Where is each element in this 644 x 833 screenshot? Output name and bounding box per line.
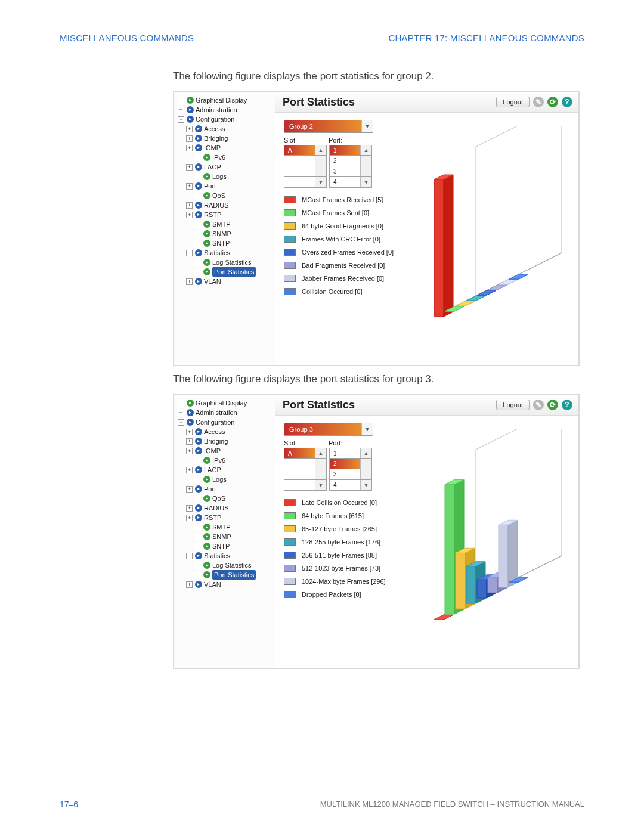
spin-down-icon[interactable]: ▼ xyxy=(360,480,371,490)
slot-value[interactable]: A xyxy=(284,145,315,155)
port-value[interactable]: 2 xyxy=(330,156,360,166)
tree-node[interactable]: ▸SNMP xyxy=(178,532,274,541)
logout-button[interactable]: Logout xyxy=(496,97,530,107)
tree-node[interactable]: ▸Logs xyxy=(178,172,274,181)
tree-node[interactable]: +▸Bridging xyxy=(178,134,274,143)
tree-node[interactable]: +▸RADIUS xyxy=(178,503,274,513)
tree-node[interactable]: ▸SNTP xyxy=(178,239,274,248)
tree-node[interactable]: +▸IGMP xyxy=(178,143,274,153)
tree-node[interactable]: ▸SNTP xyxy=(178,541,274,551)
port-value[interactable]: 1 xyxy=(330,448,360,458)
tree-node[interactable]: ▸Graphical Display xyxy=(178,398,274,408)
expand-icon[interactable]: + xyxy=(186,278,193,285)
tree-node[interactable]: ▸Log Statistics xyxy=(178,561,274,570)
tree-node[interactable]: +▸IGMP xyxy=(178,446,274,456)
refresh-icon[interactable]: ⟳ xyxy=(547,400,558,410)
expand-icon[interactable]: + xyxy=(186,438,193,445)
tree-node[interactable]: ▸Port Statistics xyxy=(178,267,274,277)
expand-icon[interactable]: + xyxy=(178,107,184,113)
tree-node[interactable]: ▸Logs xyxy=(178,475,274,484)
node-label: Port xyxy=(204,484,216,494)
tree-node[interactable]: -▸Configuration xyxy=(178,417,274,427)
expand-icon[interactable]: + xyxy=(186,126,193,132)
tree-node[interactable]: +▸Administration xyxy=(178,408,274,417)
node-icon: ▸ xyxy=(195,163,202,171)
help-icon[interactable]: ? xyxy=(562,97,572,107)
expand-icon[interactable]: + xyxy=(186,486,193,493)
tree-node[interactable]: +▸Access xyxy=(178,124,274,134)
expand-icon[interactable]: + xyxy=(186,467,193,473)
expand-icon[interactable]: + xyxy=(186,202,193,209)
spin-down-icon[interactable]: ▼ xyxy=(360,177,371,187)
tree-node[interactable]: +▸Port xyxy=(178,484,274,494)
expand-icon[interactable]: + xyxy=(186,164,193,171)
tree-node[interactable]: +▸RSTP xyxy=(178,513,274,522)
group-select[interactable]: Group 3▼ xyxy=(284,423,373,436)
spin-down-icon[interactable]: ▼ xyxy=(315,480,326,490)
tree-node[interactable]: -▸Statistics xyxy=(178,551,274,561)
tree-node[interactable]: +▸RSTP xyxy=(178,210,274,219)
port-value[interactable]: 2 xyxy=(330,459,360,469)
tree-node[interactable]: ▸QoS xyxy=(178,191,274,200)
slot-value[interactable]: A xyxy=(284,448,315,458)
port-value[interactable]: 4 xyxy=(330,177,360,187)
tree-node[interactable]: +▸Bridging xyxy=(178,436,274,446)
collapse-icon[interactable]: - xyxy=(186,553,193,559)
tree-node[interactable]: ▸Log Statistics xyxy=(178,258,274,267)
logout-button[interactable]: Logout xyxy=(496,400,530,410)
expand-icon[interactable]: + xyxy=(186,183,193,190)
expand-icon[interactable]: + xyxy=(186,429,193,435)
spin-up-icon[interactable]: ▲ xyxy=(360,145,371,155)
node-icon: ▸ xyxy=(195,135,202,142)
tree-node[interactable]: +▸RADIUS xyxy=(178,200,274,210)
tree-node[interactable]: ▸Graphical Display xyxy=(178,95,274,105)
expand-icon[interactable]: + xyxy=(186,135,193,142)
edit-icon[interactable]: ✎ xyxy=(533,97,544,107)
tree-node[interactable]: +▸LACP xyxy=(178,465,274,475)
tree-node[interactable]: +▸Port xyxy=(178,181,274,191)
port-value[interactable]: 3 xyxy=(330,166,360,176)
edit-icon[interactable]: ✎ xyxy=(533,400,544,410)
expand-icon[interactable]: + xyxy=(186,515,193,521)
tree-node[interactable]: +▸Administration xyxy=(178,105,274,114)
spin-up-icon[interactable]: ▲ xyxy=(315,145,326,155)
group-select[interactable]: Group 2▼ xyxy=(284,120,373,133)
spin-up-icon[interactable]: ▲ xyxy=(315,448,326,458)
tree-node[interactable]: ▸SMTP xyxy=(178,522,274,532)
tree-node[interactable]: +▸Access xyxy=(178,427,274,436)
expand-icon[interactable]: + xyxy=(186,448,193,454)
collapse-icon[interactable]: - xyxy=(178,116,184,123)
tree-node[interactable]: ▸IPv6 xyxy=(178,456,274,465)
tree-node[interactable]: -▸Statistics xyxy=(178,248,274,258)
refresh-icon[interactable]: ⟳ xyxy=(547,97,558,107)
collapse-icon[interactable]: - xyxy=(178,419,184,426)
port-value[interactable]: 4 xyxy=(330,480,360,490)
collapse-icon[interactable]: - xyxy=(186,250,193,256)
tree-node[interactable]: ▸IPv6 xyxy=(178,153,274,162)
spacer-icon xyxy=(178,97,184,104)
tree-node[interactable]: +▸VLAN xyxy=(178,580,274,589)
tree-node[interactable]: ▸SNMP xyxy=(178,229,274,239)
port-value[interactable]: 1 xyxy=(330,145,360,155)
spin-down-icon[interactable]: ▼ xyxy=(315,177,326,187)
tree-node[interactable]: ▸Port Statistics xyxy=(178,570,274,580)
expand-icon[interactable]: + xyxy=(186,581,193,588)
chevron-down-icon[interactable]: ▼ xyxy=(361,120,373,132)
help-icon[interactable]: ? xyxy=(562,400,572,410)
legend-swatch xyxy=(284,236,296,243)
tree-node[interactable]: -▸Configuration xyxy=(178,114,274,124)
expand-icon[interactable]: + xyxy=(186,145,193,151)
tree-node[interactable]: ▸SMTP xyxy=(178,219,274,229)
expand-icon[interactable]: + xyxy=(186,212,193,218)
chevron-down-icon[interactable]: ▼ xyxy=(361,423,373,435)
expand-icon[interactable]: + xyxy=(186,505,193,512)
tree-node[interactable]: +▸LACP xyxy=(178,162,274,172)
spacer-icon xyxy=(194,572,201,578)
port-value[interactable]: 3 xyxy=(330,469,360,479)
tree-node[interactable]: +▸VLAN xyxy=(178,277,274,286)
node-icon: ▸ xyxy=(195,504,202,512)
expand-icon[interactable]: + xyxy=(178,410,184,416)
spin-up-icon[interactable]: ▲ xyxy=(360,448,371,458)
svg-marker-40 xyxy=(477,580,487,598)
tree-node[interactable]: ▸QoS xyxy=(178,494,274,503)
